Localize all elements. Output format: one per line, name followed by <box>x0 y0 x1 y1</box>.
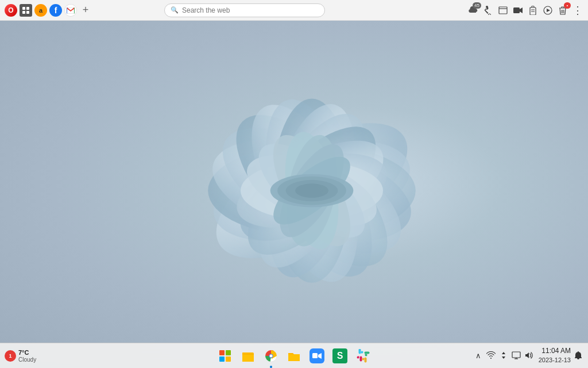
tab-manager-icon[interactable] <box>20 4 32 17</box>
svg-rect-34 <box>513 7 520 13</box>
file-explorer-icon <box>241 349 255 363</box>
svg-rect-29 <box>26 11 29 14</box>
clock-date: 2023-12-13 <box>539 356 571 364</box>
weather-condition: Cloudy <box>18 356 36 363</box>
weather-temperature: 7°C <box>18 349 36 356</box>
tray-chevron-icon[interactable]: ∧ <box>473 350 483 361</box>
network-icon[interactable] <box>511 350 521 361</box>
trash-badge: • <box>564 2 571 9</box>
sheets-icon: S <box>332 348 347 363</box>
chrome-button[interactable] <box>261 346 281 366</box>
svg-rect-43 <box>242 352 247 354</box>
search-input[interactable] <box>182 6 319 14</box>
slack-button[interactable] <box>353 346 373 366</box>
trash-icon[interactable]: • <box>557 5 568 16</box>
sheets-button[interactable]: S <box>330 346 350 366</box>
svg-rect-49 <box>512 352 520 358</box>
windows-logo-icon <box>219 350 231 362</box>
search-bar[interactable]: 🔍 <box>164 3 325 17</box>
cloud-icon[interactable]: 45 <box>467 5 479 16</box>
tab-gmail[interactable] <box>64 4 77 17</box>
zoom-icon <box>310 348 324 363</box>
taskbar: 1 7°C Cloudy <box>0 343 588 368</box>
cloud-badge: 45 <box>473 2 481 9</box>
active-indicator <box>270 366 272 368</box>
taskbar-center: S <box>215 346 373 366</box>
svg-point-47 <box>270 354 273 357</box>
add-tab-button[interactable]: + <box>79 4 92 17</box>
weather-icon: 1 <box>5 350 16 362</box>
chrome-icon <box>264 349 278 363</box>
svg-rect-28 <box>22 11 25 14</box>
notification-icon[interactable] <box>573 350 583 361</box>
window-icon[interactable] <box>497 5 509 16</box>
system-tray: ∧ <box>473 343 583 368</box>
folder-icon <box>287 350 301 362</box>
speaker-icon[interactable] <box>524 350 534 361</box>
svg-rect-48 <box>312 353 318 358</box>
tab-facebook[interactable]: f <box>49 4 62 17</box>
wifi-icon[interactable] <box>486 350 496 361</box>
nav-arrow-icon[interactable] <box>498 350 509 361</box>
browser-tabs: O a f <box>5 4 92 17</box>
wallpaper-flower <box>134 24 490 358</box>
svg-rect-27 <box>26 7 29 10</box>
search-icon: 🔍 <box>171 6 179 14</box>
file-explorer-button[interactable] <box>238 346 258 366</box>
svg-rect-30 <box>65 5 76 16</box>
desktop: O a f <box>0 0 588 368</box>
folder-button[interactable] <box>284 346 304 366</box>
play-icon[interactable] <box>542 5 554 16</box>
zoom-button[interactable] <box>307 346 327 366</box>
weather-widget[interactable]: 1 7°C Cloudy <box>5 349 36 363</box>
menu-icon[interactable]: ⋮ <box>572 5 583 16</box>
svg-point-25 <box>295 183 328 198</box>
clock[interactable]: 11:04 AM 2023-12-13 <box>539 347 571 364</box>
toolbar-right-icons: 45 <box>467 5 583 16</box>
scissors-icon[interactable] <box>482 5 494 16</box>
tab-opera[interactable]: O <box>5 4 17 17</box>
tab-amazon[interactable]: a <box>34 4 47 17</box>
browser-toolbar: O a f <box>0 0 588 21</box>
weather-info: 7°C Cloudy <box>18 349 36 363</box>
slack-icon <box>356 349 370 363</box>
start-button[interactable] <box>215 346 235 366</box>
svg-rect-32 <box>499 7 507 14</box>
clipboard-icon[interactable] <box>527 5 539 16</box>
video-icon[interactable] <box>512 5 524 16</box>
svg-rect-26 <box>22 7 25 10</box>
clock-time: 11:04 AM <box>541 347 571 356</box>
